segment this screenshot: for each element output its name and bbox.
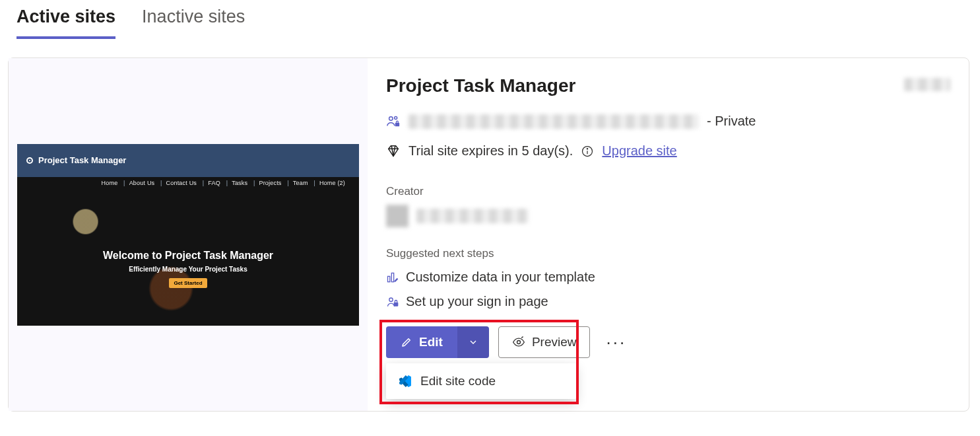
svg-point-1 [395, 116, 397, 119]
people-lock-icon [386, 114, 401, 129]
signin-setup-icon [386, 295, 399, 309]
tab-inactive-sites[interactable]: Inactive sites [142, 7, 245, 39]
vscode-icon [398, 374, 412, 388]
thumb-hero-cta: Get Started [169, 278, 207, 288]
diamond-icon [386, 144, 401, 159]
edit-split-button: Edit [386, 326, 489, 358]
edit-button-label: Edit [419, 335, 443, 349]
edit-button[interactable]: Edit [386, 326, 457, 358]
trial-status-text: Trial site expires in 5 day(s). [408, 143, 573, 159]
step-setup-signin[interactable]: Set up your sign in page [406, 294, 548, 309]
svg-rect-9 [394, 302, 399, 306]
edit-site-code-item[interactable]: Edit site code [386, 366, 576, 396]
edit-site-code-label: Edit site code [420, 374, 496, 388]
redacted-header-field [904, 78, 950, 91]
site-preview-pane: Project Task Manager HomeAbout UsContact… [9, 58, 368, 411]
svg-rect-6 [388, 276, 390, 281]
creator-label: Creator [386, 185, 950, 198]
svg-point-10 [517, 341, 520, 344]
eye-icon [512, 336, 525, 349]
redacted-avatar [386, 205, 408, 227]
thumb-title: Project Task Manager [38, 155, 126, 165]
thumb-nav: HomeAbout UsContact UsFAQTasksProjectsTe… [100, 180, 351, 186]
thumb-hero-subtitle: Efficiently Manage Your Project Tasks [17, 266, 359, 273]
data-customize-icon [386, 271, 399, 284]
edit-dropdown-menu: Edit site code [386, 363, 576, 399]
info-icon[interactable] [581, 145, 594, 158]
edit-dropdown-toggle[interactable] [457, 326, 489, 358]
thumb-logo-icon [26, 157, 33, 164]
site-title: Project Task Manager [386, 75, 950, 96]
tab-active-sites[interactable]: Active sites [16, 7, 115, 39]
step-customize-data[interactable]: Customize data in your template [406, 270, 595, 285]
more-actions-button[interactable]: ··· [599, 328, 633, 357]
svg-rect-7 [391, 273, 393, 281]
svg-point-8 [389, 298, 393, 301]
redacted-url [408, 114, 699, 129]
preview-button-label: Preview [532, 335, 577, 349]
thumb-hero-title: Welcome to Project Task Manager [17, 250, 359, 262]
redacted-creator-name [416, 209, 529, 223]
svg-rect-2 [395, 122, 399, 126]
suggested-steps-label: Suggested next steps [386, 247, 950, 260]
chevron-down-icon [468, 337, 478, 347]
preview-button[interactable]: Preview [498, 326, 591, 358]
visibility-label: - Private [707, 114, 756, 129]
pencil-icon [401, 336, 412, 348]
site-card: Project Task Manager HomeAbout UsContact… [8, 57, 969, 412]
site-preview-thumbnail[interactable]: Project Task Manager HomeAbout UsContact… [17, 144, 359, 326]
svg-point-0 [389, 116, 393, 120]
svg-point-5 [587, 148, 588, 149]
upgrade-site-link[interactable]: Upgrade site [602, 143, 676, 159]
